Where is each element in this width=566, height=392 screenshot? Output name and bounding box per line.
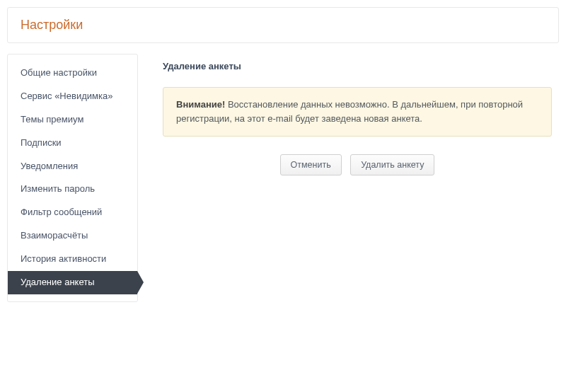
sidebar: Общие настройки Сервис «Невидимка» Темы … xyxy=(7,54,138,302)
sidebar-item-subscriptions[interactable]: Подписки xyxy=(8,132,137,155)
button-row: Отменить Удалить анкету xyxy=(163,151,552,175)
sidebar-item-billing[interactable]: Взаиморасчёты xyxy=(8,224,137,248)
sidebar-item-label: Сервис «Невидимка» xyxy=(21,91,112,101)
content-title: Удаление анкеты xyxy=(163,61,552,71)
page-title-bar: Настройки xyxy=(7,7,559,43)
sidebar-item-label: Темы премиум xyxy=(21,114,83,125)
cancel-button[interactable]: Отменить xyxy=(280,154,342,175)
sidebar-item-label: Удаление анкеты xyxy=(21,277,95,287)
sidebar-item-message-filter[interactable]: Фильтр сообщений xyxy=(8,201,137,224)
sidebar-item-label: Взаиморасчёты xyxy=(21,230,88,241)
delete-profile-button[interactable]: Удалить анкету xyxy=(350,154,434,175)
sidebar-item-change-password[interactable]: Изменить пароль xyxy=(8,178,137,201)
sidebar-item-label: Общие настройки xyxy=(21,67,97,78)
alert-strong: Внимание! xyxy=(176,99,225,110)
page-title: Настройки xyxy=(21,18,545,33)
sidebar-item-label: Фильтр сообщений xyxy=(21,207,102,217)
warning-alert: Внимание! Восстановление данных невозмож… xyxy=(163,87,552,137)
layout: Общие настройки Сервис «Невидимка» Темы … xyxy=(7,54,559,302)
alert-text: Восстановление данных невозможно. В даль… xyxy=(176,99,523,124)
sidebar-item-notifications[interactable]: Уведомления xyxy=(8,155,137,178)
content: Удаление анкеты Внимание! Восстановление… xyxy=(138,54,559,183)
sidebar-item-activity-history[interactable]: История активности xyxy=(8,248,137,271)
sidebar-item-premium-themes[interactable]: Темы премиум xyxy=(8,108,137,132)
sidebar-item-invisible[interactable]: Сервис «Невидимка» xyxy=(8,85,137,108)
sidebar-item-label: Подписки xyxy=(21,137,62,148)
sidebar-item-label: История активности xyxy=(21,253,106,264)
sidebar-item-label: Изменить пароль xyxy=(21,183,95,194)
sidebar-item-general[interactable]: Общие настройки xyxy=(8,62,137,85)
sidebar-item-delete-profile[interactable]: Удаление анкеты xyxy=(8,271,137,294)
sidebar-item-label: Уведомления xyxy=(21,161,78,171)
